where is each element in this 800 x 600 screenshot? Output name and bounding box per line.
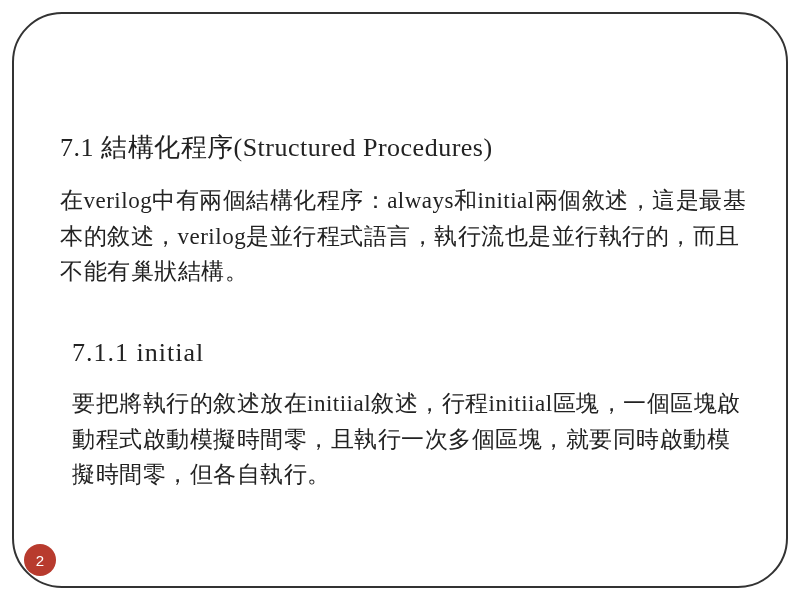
page-number-badge: 2 <box>24 544 56 576</box>
subsection: 7.1.1 initial 要把將執行的敘述放在initiial敘述，行程ini… <box>72 338 750 493</box>
section-body-2: 要把將執行的敘述放在initiial敘述，行程initiial區塊，一個區塊啟動… <box>72 386 750 493</box>
section-heading-2: 7.1.1 initial <box>72 338 750 368</box>
page-number: 2 <box>36 552 44 569</box>
section-heading-1: 7.1 結構化程序(Structured Procedures) <box>60 130 750 165</box>
section-body-1: 在verilog中有兩個結構化程序：always和initial兩個敘述，這是最… <box>60 183 750 290</box>
slide-content: 7.1 結構化程序(Structured Procedures) 在verilo… <box>60 130 750 493</box>
